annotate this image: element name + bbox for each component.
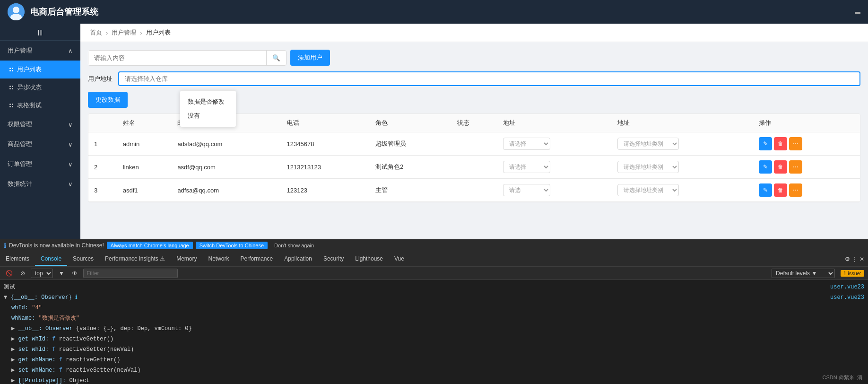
header-right-icon: ▬ [855,9,860,15]
sidebar-collapse-btn[interactable]: ||| [0,24,80,41]
delete-btn-2[interactable]: 🗑 [774,160,787,174]
console-dropdown-btn[interactable]: ▼ [57,269,66,278]
grid-icon [9,68,13,71]
console-test-line: 测试 user.vue23 [4,282,864,292]
tab-console[interactable]: Console [35,253,67,266]
action-btns-3: ✎ 🗑 ⋯ [759,183,854,197]
console-expand-get-whname[interactable]: ▶ [11,357,18,363]
info-icon: ℹ [4,242,6,249]
console-levels-select[interactable]: Default levels ▼ [772,269,835,278]
console-expand-set-whid[interactable]: ▶ [11,346,18,353]
cell-actions-3: ✎ 🗑 ⋯ [753,179,860,202]
console-obj-label: {__ob__: Observer} [10,294,72,301]
more-btn-3[interactable]: ⋯ [789,183,802,197]
devtools-settings-icon[interactable]: ⚙ [845,256,850,262]
breadcrumb-sep2: › [140,29,142,36]
content-area: 🔍 添加用户 用户地址 更改数据 数据是否修改 没有 [80,42,868,239]
sidebar-group-header-permissions[interactable]: 权限管理 ∨ [0,114,80,134]
console-filter-input[interactable] [83,269,178,278]
sidebar-item-user-list[interactable]: 用户列表 [0,61,80,79]
cell-phone-2: 1213213123 [281,156,370,179]
header: 电商后台管理系统 ▬ [0,0,868,24]
sidebar-item-table[interactable]: 表格测试 [0,96,80,114]
tab-vue[interactable]: Vue [389,253,410,266]
cell-role-2: 测试角色2 [370,156,451,179]
address-row: 用户地址 [88,71,860,86]
addr1-select-3[interactable]: 请选 [503,184,550,196]
console-top-select[interactable]: top [31,269,53,278]
col-actions: 操作 [753,114,860,132]
search-button[interactable]: 🔍 [266,51,286,65]
tab-performance-insights[interactable]: Performance insights ⚠ [99,253,171,266]
addr2-select-3[interactable]: 请选择地址类别 [617,184,679,196]
cell-name-2: linken [117,156,172,179]
delete-btn-1[interactable]: 🗑 [774,137,787,150]
sidebar-group-stats: 数据统计 ∨ [0,174,80,194]
console-get-whid-line: ▶ get whId: f reactiveGetter() [4,334,864,344]
addr2-select-1[interactable]: 请选择地址类别 [617,138,679,150]
switch-devtools-btn[interactable]: Switch DevTools to Chinese [196,242,268,249]
cell-name-3: asdf1 [117,179,172,202]
edit-btn-1[interactable]: ✎ [759,137,772,150]
sidebar-group-header-orders[interactable]: 订单管理 ∨ [0,154,80,174]
sidebar-item-async[interactable]: 异步状态 [0,79,80,96]
devtools-tabs: Elements Console Sources Performance ins… [0,252,868,267]
col-phone: 电话 [281,114,370,132]
devtools-close-icon[interactable]: ✕ [859,256,864,262]
add-user-button[interactable]: 添加用户 [290,50,330,66]
console-expand-set-whname[interactable]: ▶ [11,367,18,374]
tab-elements[interactable]: Elements [0,253,35,266]
devtools-panel: Elements Console Sources Performance ins… [0,252,868,384]
console-obj-line: ▼ {__ob__: Observer} ℹ user.vue23 [4,292,864,303]
col-index [88,114,117,132]
devtools-banner-text: DevTools is now available in Chinese! [9,242,104,249]
tab-sources[interactable]: Sources [67,253,99,266]
tab-network[interactable]: Network [203,253,235,266]
tab-performance[interactable]: Performance [235,253,279,266]
devtools-right-icons: ⚙ ⋮ ✕ [841,256,868,262]
cell-status-3 [451,179,497,202]
console-expand-get-whid[interactable]: ▶ [11,336,18,342]
tab-memory[interactable]: Memory [171,253,202,266]
tab-application[interactable]: Application [278,253,318,266]
console-ob-line: ▶ __ob__: Observer {value: {…}, dep: Dep… [4,323,864,334]
cell-status-1 [451,132,497,156]
app-title: 电商后台管理系统 [30,6,98,17]
tab-security[interactable]: Security [318,253,349,266]
dropdown-item-no[interactable]: 没有 [180,109,236,123]
sidebar-group-header-products[interactable]: 商品管理 ∨ [0,134,80,154]
address-input[interactable] [118,71,860,86]
dont-show-again-btn[interactable]: Don't show again [270,242,318,249]
avatar [8,3,25,20]
breadcrumb-section: 用户管理 [112,28,136,37]
sidebar-group-header-users[interactable]: 用户管理 ∧ [0,41,80,61]
sidebar-group-header-stats[interactable]: 数据统计 ∨ [0,174,80,194]
console-eye-btn[interactable]: 👁 [70,269,79,278]
devtools-banner: ℹ DevTools is now available in Chinese! … [0,239,868,252]
console-clear-btn[interactable]: 🚫 [4,269,15,278]
console-expand-obj[interactable]: ▼ [4,294,10,301]
devtools-more-icon[interactable]: ⋮ [852,256,858,262]
chevron-down-icon2: ∨ [68,141,73,148]
addr2-select-2[interactable]: 请选择地址类别 [617,161,679,173]
always-match-btn[interactable]: Always match Chrome's language [107,242,193,249]
search-bar: 🔍 添加用户 [88,50,860,66]
console-link-2[interactable]: user.vue23 [830,293,864,302]
console-filter-btn[interactable]: ⊘ [18,269,27,278]
edit-btn-2[interactable]: ✎ [759,160,772,174]
change-data-button[interactable]: 更改数据 [88,92,128,108]
chevron-down-icon3: ∨ [68,161,73,168]
delete-btn-3[interactable]: 🗑 [774,183,787,197]
addr1-select-1[interactable]: 请选择 [503,138,550,150]
console-expand-proto[interactable]: ▶ [11,377,18,384]
console-link-1[interactable]: user.vue23 [830,283,864,291]
edit-btn-3[interactable]: ✎ [759,183,772,197]
more-btn-2[interactable]: ⋯ [789,160,802,174]
more-btn-1[interactable]: ⋯ [789,137,802,150]
chevron-down-icon: ∨ [68,121,73,128]
search-input[interactable] [88,51,266,65]
addr1-select-2[interactable]: 请选择 [503,161,550,173]
cell-addr2-2: 请选择地址类别 [612,156,754,179]
tab-lighthouse[interactable]: Lighthouse [349,253,389,266]
console-expand-ob[interactable]: ▶ [11,325,18,332]
